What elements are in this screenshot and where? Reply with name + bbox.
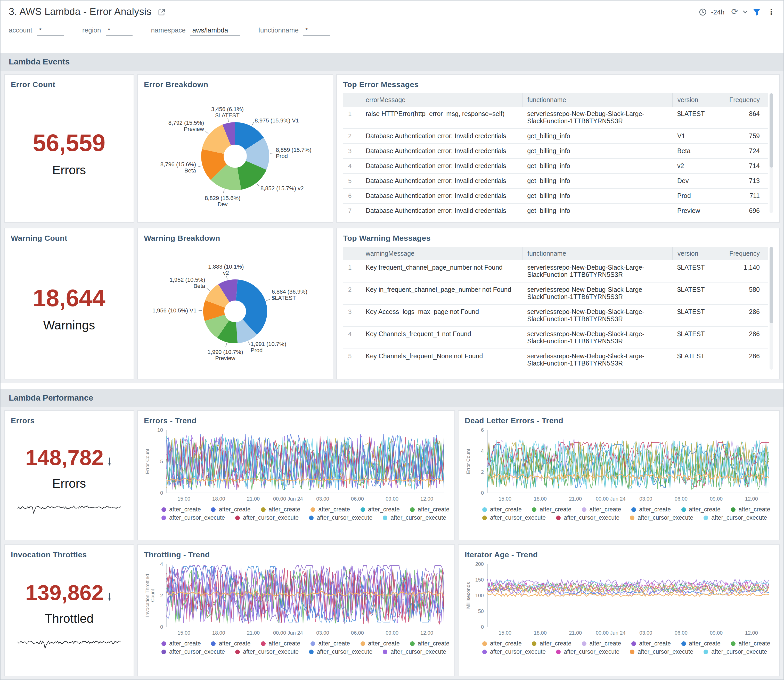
- legend-item-after_cursor_execute[interactable]: after_cursor_execute: [482, 649, 546, 655]
- column-header-functionname[interactable]: functionname: [522, 247, 672, 260]
- invocation-throttles-number: 139,862: [25, 580, 104, 604]
- legend-item-after_create[interactable]: after_create: [211, 506, 251, 512]
- legend-item-after_create[interactable]: after_create: [532, 506, 571, 512]
- legend-item-after_create[interactable]: after_create: [582, 506, 621, 512]
- kebab-menu-icon[interactable]: ⋮: [768, 7, 775, 16]
- donut-label: 8,792 (15.5%)Preview: [169, 120, 204, 132]
- panel-title: Iterator Age - Trend: [465, 550, 773, 559]
- filter-icon[interactable]: [752, 8, 761, 16]
- legend-item-after_cursor_execute[interactable]: after_cursor_execute: [235, 515, 299, 521]
- legend-item-after_create[interactable]: after_create: [681, 506, 721, 512]
- legend-item-after_cursor_execute[interactable]: after_cursor_execute: [309, 649, 372, 655]
- legend-item-after_create[interactable]: after_create: [360, 506, 400, 512]
- legend-item-after_cursor_execute[interactable]: after_cursor_execute: [383, 515, 446, 521]
- table-cell: Key in_frequent_channel_page_number not …: [361, 282, 522, 304]
- legend-item-after_create[interactable]: after_create: [261, 640, 300, 647]
- filter-value-account[interactable]: *: [37, 26, 64, 36]
- legend-item-after_create[interactable]: after_create: [582, 640, 621, 647]
- table-row[interactable]: 3Key Access_logs_max_page not Foundserve…: [343, 304, 768, 327]
- legend-item-after_create[interactable]: after_create: [731, 640, 770, 647]
- legend-item-after_cursor_execute[interactable]: after_cursor_execute: [482, 515, 546, 521]
- table-row[interactable]: 6Database Authentication error: Invalid …: [343, 189, 768, 203]
- column-header-Frequency[interactable]: Frequency: [724, 93, 768, 107]
- refresh-icon[interactable]: ⟳: [731, 8, 738, 16]
- svg-text:03:00: 03:00: [639, 630, 652, 636]
- table-cell: serverlessrepo-New-Debug-Slack-Large-Sla…: [522, 282, 672, 304]
- table-cell: Database Authentication error: Invalid c…: [361, 173, 522, 189]
- legend-row: after_cursor_executeafter_cursor_execute…: [161, 515, 448, 521]
- legend-label: after_cursor_execute: [169, 515, 225, 521]
- legend-item-after_create[interactable]: after_create: [731, 506, 770, 512]
- time-range-label[interactable]: -24h: [711, 8, 724, 16]
- throttling-trend-svg: 024Invocation ThrottledCount15:0018:0021…: [144, 561, 448, 638]
- legend-item-after_cursor_execute[interactable]: after_cursor_execute: [161, 515, 225, 521]
- column-header-version[interactable]: version: [672, 93, 724, 107]
- legend-item-after_cursor_execute[interactable]: after_cursor_execute: [630, 515, 693, 521]
- legend-item-after_cursor_execute[interactable]: after_cursor_execute: [556, 515, 620, 521]
- legend-item-after_create[interactable]: after_create: [482, 640, 522, 647]
- column-header-version[interactable]: version: [672, 247, 724, 260]
- table-row[interactable]: 1raise HTTPError(http_error_msg, respons…: [343, 107, 768, 129]
- svg-text:2: 2: [481, 469, 484, 475]
- svg-text:0: 0: [481, 490, 484, 496]
- legend-item-after_create[interactable]: after_create: [211, 640, 251, 647]
- legend-dot: [161, 507, 166, 512]
- legend-item-after_cursor_execute[interactable]: after_cursor_execute: [383, 649, 446, 655]
- column-header-warningMessage[interactable]: warningMessage: [361, 247, 522, 260]
- table-row[interactable]: 4Database Authentication error: Invalid …: [343, 159, 768, 173]
- chevron-down-icon[interactable]: [743, 10, 748, 13]
- svg-text:4: 4: [160, 561, 163, 567]
- scrollbar-thumb[interactable]: [770, 93, 773, 168]
- legend-item-after_create[interactable]: after_create: [161, 640, 201, 647]
- svg-text:03:00: 03:00: [316, 630, 329, 636]
- svg-text:18:00: 18:00: [212, 630, 225, 636]
- scrollbar-thumb[interactable]: [770, 247, 773, 323]
- legend-item-after_create[interactable]: after_create: [532, 640, 571, 647]
- legend-item-after_create[interactable]: after_create: [311, 506, 350, 512]
- legend-item-after_create[interactable]: after_create: [482, 506, 522, 512]
- legend-label: after_create: [219, 506, 251, 512]
- share-icon[interactable]: [158, 8, 165, 16]
- column-header-functionname[interactable]: functionname: [522, 93, 672, 107]
- legend-item-after_create[interactable]: after_create: [311, 640, 350, 647]
- table-row[interactable]: 4Key Channels_frequent_1 not Foundserver…: [343, 327, 768, 349]
- legend-item-after_cursor_execute[interactable]: after_cursor_execute: [704, 515, 767, 521]
- errors-sparkline: [17, 502, 121, 514]
- legend-item-after_create[interactable]: after_create: [161, 506, 201, 512]
- table-row[interactable]: 2Key in_frequent_channel_page_number not…: [343, 282, 768, 304]
- legend-item-after_cursor_execute[interactable]: after_cursor_execute: [235, 649, 299, 655]
- table-scrollbar[interactable]: [770, 93, 773, 213]
- column-header-Frequency[interactable]: Frequency: [724, 247, 768, 260]
- svg-text:Count: Count: [150, 589, 155, 602]
- legend-item-after_create[interactable]: after_create: [631, 640, 671, 647]
- filter-value-region[interactable]: *: [106, 26, 132, 36]
- legend-item-after_create[interactable]: after_create: [410, 640, 450, 647]
- table-row[interactable]: 7Database Authentication error: Invalid …: [343, 203, 768, 215]
- legend-item-after_cursor_execute[interactable]: after_cursor_execute: [556, 649, 620, 655]
- legend-label: after_create: [169, 506, 201, 512]
- legend-item-after_create[interactable]: after_create: [360, 640, 400, 647]
- table-row[interactable]: 1Key frequent_channel_page_number not Fo…: [343, 260, 768, 282]
- table-row[interactable]: 5Database Authentication error: Invalid …: [343, 173, 768, 189]
- clock-icon[interactable]: [699, 8, 707, 16]
- table-row[interactable]: 2Database Authentication error: Invalid …: [343, 129, 768, 143]
- legend-item-after_create[interactable]: after_create: [631, 506, 671, 512]
- legend-item-after_cursor_execute[interactable]: after_cursor_execute: [309, 515, 372, 521]
- filter-value-namespace[interactable]: aws/lambda: [190, 26, 240, 36]
- table-scrollbar[interactable]: [770, 247, 773, 370]
- filter-label-functionname: functionname: [259, 26, 299, 34]
- filter-value-functionname[interactable]: *: [303, 26, 330, 36]
- column-header-errorMessage[interactable]: errorMessage: [361, 93, 522, 107]
- legend-item-after_cursor_execute[interactable]: after_cursor_execute: [704, 649, 767, 655]
- legend-item-after_create[interactable]: after_create: [261, 506, 300, 512]
- legend-label: after_create: [639, 640, 671, 647]
- legend-item-after_create[interactable]: after_create: [410, 506, 450, 512]
- table-row[interactable]: 3Database Authentication error: Invalid …: [343, 143, 768, 159]
- table-row[interactable]: 5Key Channels_frequent_None not Foundser…: [343, 349, 768, 371]
- legend-item-after_create[interactable]: after_create: [681, 640, 721, 647]
- legend-item-after_cursor_execute[interactable]: after_cursor_execute: [161, 649, 225, 655]
- legend-item-after_cursor_execute[interactable]: after_cursor_execute: [630, 649, 693, 655]
- table-cell: 713: [724, 173, 768, 189]
- legend-dot: [704, 649, 708, 654]
- errors-trend-legend: after_createafter_createafter_createafte…: [144, 506, 448, 521]
